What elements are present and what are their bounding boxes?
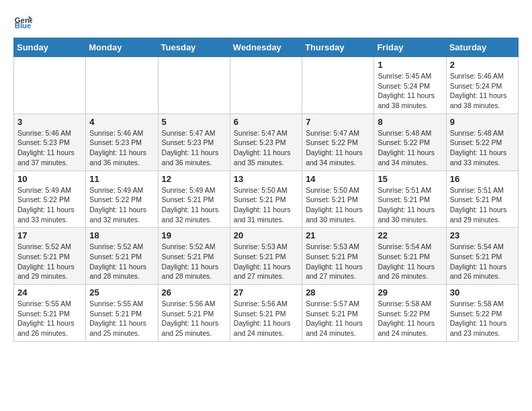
day-cell: 4Sunrise: 5:46 AMSunset: 5:23 PMDaylight… [86, 113, 158, 171]
day-number: 6 [234, 117, 298, 127]
weekday-header-thursday: Thursday [302, 38, 374, 57]
day-info: Sunrise: 5:57 AMSunset: 5:21 PMDaylight:… [306, 299, 370, 338]
day-cell: 25Sunrise: 5:55 AMSunset: 5:21 PMDayligh… [86, 285, 158, 342]
day-cell: 18Sunrise: 5:52 AMSunset: 5:21 PMDayligh… [86, 228, 158, 285]
day-cell: 16Sunrise: 5:51 AMSunset: 5:21 PMDayligh… [446, 171, 518, 228]
day-cell: 19Sunrise: 5:52 AMSunset: 5:21 PMDayligh… [158, 228, 230, 285]
day-info: Sunrise: 5:46 AMSunset: 5:24 PMDaylight:… [450, 71, 515, 111]
day-number: 15 [378, 174, 442, 184]
day-cell [14, 57, 86, 114]
day-info: Sunrise: 5:55 AMSunset: 5:21 PMDaylight:… [89, 299, 154, 338]
day-cell: 3Sunrise: 5:46 AMSunset: 5:23 PMDaylight… [14, 113, 86, 171]
day-number: 8 [378, 117, 442, 127]
day-number: 3 [17, 117, 82, 127]
week-row-2: 3Sunrise: 5:46 AMSunset: 5:23 PMDaylight… [14, 113, 519, 171]
day-cell: 27Sunrise: 5:56 AMSunset: 5:21 PMDayligh… [230, 285, 302, 342]
weekday-header-row: SundayMondayTuesdayWednesdayThursdayFrid… [14, 38, 519, 57]
week-row-5: 24Sunrise: 5:55 AMSunset: 5:21 PMDayligh… [14, 285, 519, 342]
day-info: Sunrise: 5:54 AMSunset: 5:21 PMDaylight:… [378, 242, 442, 281]
logo: General Blue [13, 11, 35, 30]
day-cell: 22Sunrise: 5:54 AMSunset: 5:21 PMDayligh… [374, 228, 446, 285]
day-number: 23 [450, 230, 515, 240]
day-info: Sunrise: 5:58 AMSunset: 5:22 PMDaylight:… [378, 299, 442, 338]
day-cell: 15Sunrise: 5:51 AMSunset: 5:21 PMDayligh… [374, 171, 446, 228]
week-row-3: 10Sunrise: 5:49 AMSunset: 5:22 PMDayligh… [14, 171, 519, 228]
day-info: Sunrise: 5:52 AMSunset: 5:21 PMDaylight:… [17, 242, 82, 281]
day-cell: 10Sunrise: 5:49 AMSunset: 5:22 PMDayligh… [14, 171, 86, 228]
day-number: 5 [162, 117, 226, 127]
day-info: Sunrise: 5:56 AMSunset: 5:21 PMDaylight:… [162, 299, 226, 338]
day-number: 30 [450, 287, 515, 298]
weekday-header-saturday: Saturday [446, 38, 518, 57]
weekday-header-sunday: Sunday [14, 38, 86, 57]
day-number: 22 [378, 230, 442, 240]
day-info: Sunrise: 5:46 AMSunset: 5:23 PMDaylight:… [89, 128, 154, 168]
day-info: Sunrise: 5:50 AMSunset: 5:21 PMDaylight:… [306, 185, 370, 225]
day-cell: 26Sunrise: 5:56 AMSunset: 5:21 PMDayligh… [158, 285, 230, 342]
day-cell: 12Sunrise: 5:49 AMSunset: 5:21 PMDayligh… [158, 171, 230, 228]
day-cell [158, 57, 230, 114]
day-number: 29 [378, 287, 442, 298]
day-number: 4 [89, 117, 154, 127]
day-number: 17 [17, 230, 82, 240]
day-cell [230, 57, 302, 114]
day-info: Sunrise: 5:58 AMSunset: 5:22 PMDaylight:… [450, 299, 515, 338]
day-cell: 7Sunrise: 5:47 AMSunset: 5:22 PMDaylight… [302, 113, 374, 171]
day-info: Sunrise: 5:55 AMSunset: 5:21 PMDaylight:… [17, 299, 82, 338]
day-number: 19 [162, 230, 226, 240]
day-cell: 29Sunrise: 5:58 AMSunset: 5:22 PMDayligh… [374, 285, 446, 342]
day-cell: 24Sunrise: 5:55 AMSunset: 5:21 PMDayligh… [14, 285, 86, 342]
header: General Blue [13, 11, 519, 30]
day-info: Sunrise: 5:47 AMSunset: 5:23 PMDaylight:… [234, 128, 298, 168]
day-cell: 30Sunrise: 5:58 AMSunset: 5:22 PMDayligh… [446, 285, 518, 342]
calendar: SundayMondayTuesdayWednesdayThursdayFrid… [13, 38, 519, 342]
weekday-header-monday: Monday [86, 38, 158, 57]
day-cell: 2Sunrise: 5:46 AMSunset: 5:24 PMDaylight… [446, 57, 518, 114]
day-info: Sunrise: 5:53 AMSunset: 5:21 PMDaylight:… [234, 242, 298, 281]
day-info: Sunrise: 5:52 AMSunset: 5:21 PMDaylight:… [162, 242, 226, 281]
day-number: 2 [450, 60, 515, 70]
logo-icon: General Blue [13, 11, 32, 30]
day-cell [86, 57, 158, 114]
day-number: 12 [162, 174, 226, 184]
day-cell: 11Sunrise: 5:49 AMSunset: 5:22 PMDayligh… [86, 171, 158, 228]
day-cell: 21Sunrise: 5:53 AMSunset: 5:21 PMDayligh… [302, 228, 374, 285]
day-number: 25 [89, 287, 154, 298]
day-info: Sunrise: 5:52 AMSunset: 5:21 PMDaylight:… [89, 242, 154, 281]
day-cell: 1Sunrise: 5:45 AMSunset: 5:24 PMDaylight… [374, 57, 446, 114]
day-cell: 28Sunrise: 5:57 AMSunset: 5:21 PMDayligh… [302, 285, 374, 342]
day-number: 11 [89, 174, 154, 184]
day-number: 28 [306, 287, 370, 298]
day-cell: 14Sunrise: 5:50 AMSunset: 5:21 PMDayligh… [302, 171, 374, 228]
week-row-1: 1Sunrise: 5:45 AMSunset: 5:24 PMDaylight… [14, 57, 519, 114]
day-info: Sunrise: 5:47 AMSunset: 5:23 PMDaylight:… [162, 128, 226, 168]
weekday-header-tuesday: Tuesday [158, 38, 230, 57]
day-number: 18 [89, 230, 154, 240]
day-info: Sunrise: 5:49 AMSunset: 5:22 PMDaylight:… [17, 185, 82, 225]
week-row-4: 17Sunrise: 5:52 AMSunset: 5:21 PMDayligh… [14, 228, 519, 285]
day-info: Sunrise: 5:48 AMSunset: 5:22 PMDaylight:… [378, 128, 442, 168]
day-info: Sunrise: 5:48 AMSunset: 5:22 PMDaylight:… [450, 128, 515, 168]
day-number: 20 [234, 230, 298, 240]
day-number: 9 [450, 117, 515, 127]
day-number: 14 [306, 174, 370, 184]
day-number: 10 [17, 174, 82, 184]
day-info: Sunrise: 5:51 AMSunset: 5:21 PMDaylight:… [378, 185, 442, 225]
day-info: Sunrise: 5:49 AMSunset: 5:21 PMDaylight:… [162, 185, 226, 225]
weekday-header-wednesday: Wednesday [230, 38, 302, 57]
day-cell: 23Sunrise: 5:54 AMSunset: 5:21 PMDayligh… [446, 228, 518, 285]
day-info: Sunrise: 5:56 AMSunset: 5:21 PMDaylight:… [234, 299, 298, 338]
day-cell [302, 57, 374, 114]
day-number: 21 [306, 230, 370, 240]
day-cell: 5Sunrise: 5:47 AMSunset: 5:23 PMDaylight… [158, 113, 230, 171]
svg-text:Blue: Blue [15, 21, 32, 30]
day-number: 24 [17, 287, 82, 298]
day-info: Sunrise: 5:49 AMSunset: 5:22 PMDaylight:… [89, 185, 154, 225]
day-number: 7 [306, 117, 370, 127]
page: General Blue SundayMondayTuesdayWednesda… [0, 0, 532, 353]
day-cell: 8Sunrise: 5:48 AMSunset: 5:22 PMDaylight… [374, 113, 446, 171]
day-info: Sunrise: 5:53 AMSunset: 5:21 PMDaylight:… [306, 242, 370, 281]
day-cell: 17Sunrise: 5:52 AMSunset: 5:21 PMDayligh… [14, 228, 86, 285]
day-info: Sunrise: 5:54 AMSunset: 5:21 PMDaylight:… [450, 242, 515, 281]
day-number: 1 [378, 60, 442, 70]
